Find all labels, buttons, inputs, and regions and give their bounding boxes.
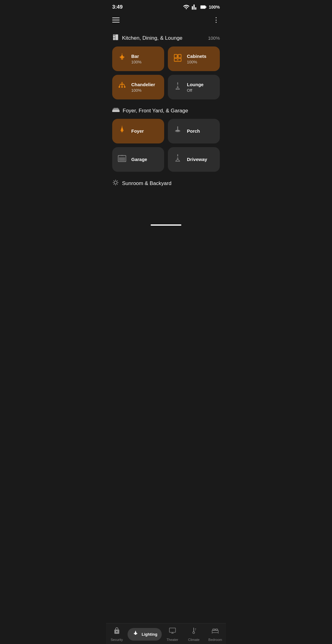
foyer-light-icon [117,126,127,137]
svg-point-18 [178,56,179,57]
garage-name: Garage [131,157,159,162]
lounge-icon [173,82,183,93]
more-options-button[interactable]: ⋮ [213,16,220,24]
svg-line-59 [117,184,117,184]
lounge-name: Lounge [187,82,215,87]
driveway-name: Driveway [187,157,215,162]
porch-name: Porch [187,128,215,134]
svg-line-58 [113,180,114,181]
chandelier-info: Chandelier 100% [131,82,159,93]
porch-light-icon [173,126,183,137]
kitchen-section-icon [112,34,119,42]
section-foyer: Foyer, Front Yard, & Garage Foyer [112,107,220,172]
svg-point-12 [120,56,121,58]
device-card-driveway[interactable]: Driveway [168,147,220,172]
chandelier-icon [117,82,127,93]
svg-line-60 [113,184,114,184]
svg-rect-47 [121,155,123,156]
svg-rect-34 [113,109,119,110]
section-sunroom-header: Sunroom & Backyard [112,179,220,187]
top-nav: ⋮ [106,13,226,29]
device-card-garage[interactable]: Garage [112,147,164,172]
section-foyer-title: Foyer, Front Yard, & Garage [123,108,188,114]
section-kitchen-title-group: Kitchen, Dining, & Lounge [112,34,183,42]
svg-rect-33 [112,110,120,112]
cabinets-name: Cabinets [187,54,215,59]
cabinets-icon [173,53,183,65]
home-indicator [151,224,181,226]
main-content: Kitchen, Dining, & Lounge 100% Bar [106,29,226,223]
battery-icon [200,4,207,10]
svg-point-40 [176,130,180,131]
battery-percent: 100% [209,5,220,10]
svg-point-26 [121,86,123,88]
device-card-lounge[interactable]: Lounge Off [168,75,220,99]
foyer-info: Foyer [131,128,159,134]
garage-info: Garage [131,157,159,162]
driveway-icon [173,154,183,165]
menu-button[interactable] [112,18,120,22]
section-foyer-header: Foyer, Front Yard, & Garage [112,107,220,115]
cabinets-status: 100% [187,60,215,64]
status-icons: 100% [183,4,220,10]
svg-marker-49 [176,156,179,160]
signal-icon [192,4,198,10]
foyer-name: Foyer [131,128,159,134]
svg-rect-4 [206,6,207,8]
svg-rect-3 [201,6,205,8]
chandelier-name: Chandelier [131,82,159,87]
device-card-cabinets[interactable]: Cabinets 100% [168,46,220,71]
svg-rect-7 [115,34,118,40]
svg-point-10 [121,57,123,60]
section-sunroom-title: Sunroom & Backyard [122,180,172,187]
bar-name: Bar [131,54,159,59]
svg-marker-36 [121,126,124,131]
porch-info: Porch [187,128,215,134]
svg-point-13 [123,56,124,58]
svg-rect-37 [121,131,123,132]
svg-rect-35 [114,108,118,109]
section-kitchen: Kitchen, Dining, & Lounge 100% Bar [112,34,220,99]
lounge-info: Lounge Off [187,82,215,93]
cabinets-info: Cabinets 100% [187,54,215,64]
foyer-section-icon [112,107,120,115]
section-kitchen-title: Kitchen, Dining, & Lounge [122,35,183,41]
driveway-info: Driveway [187,157,215,162]
wifi-icon [183,4,190,10]
bar-icon [117,53,127,65]
section-kitchen-percent: 100% [208,35,220,41]
svg-point-17 [176,56,177,57]
section-foyer-title-group: Foyer, Front Yard, & Garage [112,107,188,115]
lounge-status: Off [187,88,215,93]
sunroom-section-icon [112,179,119,187]
status-time: 3:49 [112,4,123,10]
bar-info: Bar 100% [131,54,159,64]
section-sunroom-title-group: Sunroom & Backyard [112,179,172,187]
kitchen-device-grid: Bar 100% Cabinets [112,46,220,99]
device-card-porch[interactable]: Porch [168,119,220,143]
svg-point-53 [114,181,117,184]
device-card-chandelier[interactable]: Chandelier 100% [112,75,164,99]
device-card-bar[interactable]: Bar 100% [112,46,164,71]
foyer-device-grid: Foyer Porch [112,119,220,172]
svg-point-25 [119,86,120,88]
chandelier-status: 100% [131,88,159,93]
svg-line-61 [117,180,117,181]
svg-rect-19 [177,59,179,60]
svg-rect-6 [113,38,115,40]
garage-icon [117,154,127,165]
bar-status: 100% [131,60,159,64]
device-card-foyer[interactable]: Foyer [112,119,164,143]
section-sunroom: Sunroom & Backyard [112,179,220,187]
svg-marker-29 [176,85,179,88]
section-kitchen-header: Kitchen, Dining, & Lounge 100% [112,34,220,42]
svg-point-27 [124,86,125,88]
svg-rect-8 [113,35,115,36]
status-bar: 3:49 100% [106,0,226,13]
